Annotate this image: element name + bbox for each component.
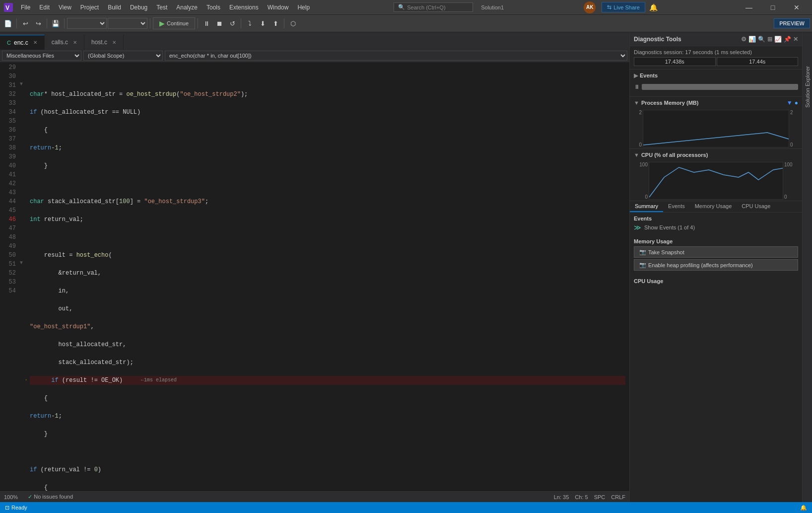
- tab-label-calls: calls.c: [52, 39, 68, 46]
- code-line-36: char stack_allocated_str[100] = "oe_host…: [30, 197, 625, 206]
- solution-explorer-label[interactable]: Solution Explorer: [803, 62, 812, 112]
- heap-profiling-label: Enable heap profiling (affects performan…: [648, 262, 753, 268]
- memory-arrow-icon: ▼: [634, 100, 639, 106]
- diag-tab-events[interactable]: Events: [663, 201, 690, 212]
- menu-help[interactable]: Help: [293, 2, 314, 13]
- menu-project[interactable]: Project: [76, 2, 103, 13]
- pause-button[interactable]: ⏸: [201, 17, 212, 29]
- tab-calls-c[interactable]: calls.c ✕: [45, 35, 84, 50]
- new-project-button[interactable]: 📄: [2, 17, 14, 29]
- diag-zoom-icon[interactable]: ⊞: [767, 36, 772, 43]
- cpu-usage-header: CPU Usage: [634, 278, 798, 284]
- scope-selector[interactable]: (Global Scope): [83, 51, 163, 61]
- menu-edit[interactable]: Edit: [35, 2, 54, 13]
- diag-settings-icon[interactable]: ⚙: [741, 36, 746, 43]
- take-snapshot-button[interactable]: 📷 Take Snapshot: [634, 246, 798, 258]
- tab-close-calls[interactable]: ✕: [73, 40, 77, 45]
- events-chevron-icon: ≫: [634, 223, 641, 231]
- platform-dropdown[interactable]: [108, 18, 147, 29]
- maximize-button[interactable]: □: [761, 0, 784, 15]
- show-events-text[interactable]: Show Events (1 of 4): [644, 224, 695, 230]
- memory-filter-icon[interactable]: ▼: [787, 99, 793, 106]
- memory-top-r-label: 2: [790, 110, 798, 115]
- main-layout: C enc.c ✕ calls.c ✕ host.c ✕ Miscellaneo…: [0, 32, 812, 502]
- continue-button[interactable]: ▶ Continue: [153, 17, 195, 29]
- restart-button[interactable]: ↺: [226, 17, 238, 29]
- undo-button[interactable]: ↩: [19, 17, 31, 29]
- tab-host-c[interactable]: host.c ✕: [84, 35, 124, 50]
- memory-section-header[interactable]: ▼ Process Memory (MB) ▼ ●: [630, 97, 802, 109]
- code-line-39: result = host_echo(: [30, 251, 625, 260]
- code-editor-content[interactable]: 29 30 31 32 33 34 35 36 37 38 39 40 41 4…: [0, 62, 629, 491]
- menu-debug[interactable]: Debug: [126, 2, 151, 13]
- live-share-button[interactable]: ⇆ Live Share: [602, 2, 645, 12]
- diagnostic-tabs: Summary Events Memory Usage CPU Usage: [630, 201, 802, 213]
- cpu-section: ▼ CPU (% of all processors) 100 0 100: [630, 149, 802, 201]
- user-avatar[interactable]: AK: [584, 1, 596, 13]
- diag-tab-summary[interactable]: Summary: [630, 201, 663, 212]
- tab-enc-c[interactable]: C enc.c ✕: [0, 35, 45, 50]
- diag-pin-icon[interactable]: 📌: [784, 36, 791, 43]
- diag-search-icon[interactable]: 🔍: [758, 36, 765, 43]
- ch-indicator: Ch: 5: [575, 494, 588, 500]
- breakpoints-button[interactable]: ⬡: [287, 17, 299, 29]
- menu-view[interactable]: View: [55, 2, 75, 13]
- tab-close-host[interactable]: ✕: [112, 40, 116, 45]
- diag-tab-memory-usage[interactable]: Memory Usage: [690, 201, 737, 212]
- menu-bar: File Edit View Project Build Debug Test …: [17, 2, 314, 13]
- diag-graph-icon[interactable]: 📊: [748, 36, 756, 43]
- diag-chart-icon[interactable]: 📈: [774, 36, 782, 43]
- minimize-button[interactable]: —: [738, 0, 760, 15]
- menu-test[interactable]: Test: [152, 2, 171, 13]
- menu-build[interactable]: Build: [104, 2, 125, 13]
- ln-indicator: Ln: 35: [554, 494, 569, 500]
- search-box[interactable]: 🔍 Search (Ctrl+Q): [394, 2, 473, 12]
- memory-bottom-label: 0: [634, 142, 642, 147]
- menu-file[interactable]: File: [17, 2, 34, 13]
- events-timeline-bar: [642, 84, 798, 90]
- menu-window[interactable]: Window: [264, 2, 293, 13]
- redo-button[interactable]: ↪: [32, 17, 44, 29]
- stop-button[interactable]: ⏹: [213, 17, 225, 29]
- close-button[interactable]: ✕: [785, 0, 808, 15]
- step-into-button[interactable]: ⬇: [257, 17, 269, 29]
- status-notification-icon[interactable]: 🔔: [800, 505, 807, 511]
- memory-label: Process Memory (MB): [641, 100, 699, 106]
- code-line-37: int return_val;: [30, 215, 625, 224]
- menu-extensions[interactable]: Extensions: [225, 2, 263, 13]
- diag-time-right: 17.44s: [717, 57, 799, 66]
- solution-explorer-tab[interactable]: Solution Explorer: [802, 32, 812, 502]
- tab-label-host: host.c: [91, 39, 107, 46]
- menu-analyze[interactable]: Analyze: [172, 2, 202, 13]
- tab-close-enc-c[interactable]: ✕: [33, 40, 37, 45]
- step-out-button[interactable]: ⬆: [270, 17, 281, 29]
- save-all-button[interactable]: 💾: [50, 17, 62, 29]
- preview-button[interactable]: PREVIEW: [774, 18, 810, 28]
- config-dropdown[interactable]: [67, 18, 107, 29]
- cpu-section-header[interactable]: ▼ CPU (% of all processors): [630, 149, 802, 161]
- cpu-y-labels-right: 100 0: [784, 162, 798, 200]
- step-over-button[interactable]: ⤵: [244, 17, 256, 29]
- code-text[interactable]: char* host_allocated_str = oe_host_strdu…: [26, 62, 629, 491]
- function-selector[interactable]: enc_echo(char * in, char out[100]): [165, 51, 627, 61]
- cpu-bottom-label: 0: [634, 194, 648, 200]
- heap-profiling-button[interactable]: 📷 Enable heap profiling (affects perform…: [634, 259, 798, 271]
- diag-close-icon[interactable]: ✕: [793, 36, 798, 43]
- toolbar-separator-4: [150, 18, 150, 28]
- code-info-bar: 100% ✓ No issues found Ln: 35 Ch: 5 SPC …: [0, 491, 629, 502]
- menu-tools[interactable]: Tools: [203, 2, 224, 13]
- memory-y-labels-left: 2 0: [634, 110, 642, 147]
- toolbar-separator-3: [64, 18, 65, 28]
- code-line-49: }: [30, 430, 625, 439]
- code-editor-area: C enc.c ✕ calls.c ✕ host.c ✕ Miscellaneo…: [0, 32, 629, 502]
- files-selector[interactable]: Miscellaneous Files: [2, 51, 81, 61]
- memory-bottom-r-label: 0: [790, 142, 798, 147]
- issues-text: No issues found: [34, 494, 73, 500]
- diag-tab-cpu-usage[interactable]: CPU Usage: [737, 201, 775, 212]
- events-section-header[interactable]: ▶ Events: [630, 70, 802, 81]
- cpu-arrow-icon: ▼: [634, 152, 639, 158]
- heap-icon: 📷: [639, 262, 646, 268]
- code-line-41: in,: [30, 287, 625, 295]
- memory-usage-content: Memory Usage 📷 Take Snapshot 📷 Enable he…: [630, 235, 802, 275]
- issues-status: ✓ No issues found: [28, 494, 73, 500]
